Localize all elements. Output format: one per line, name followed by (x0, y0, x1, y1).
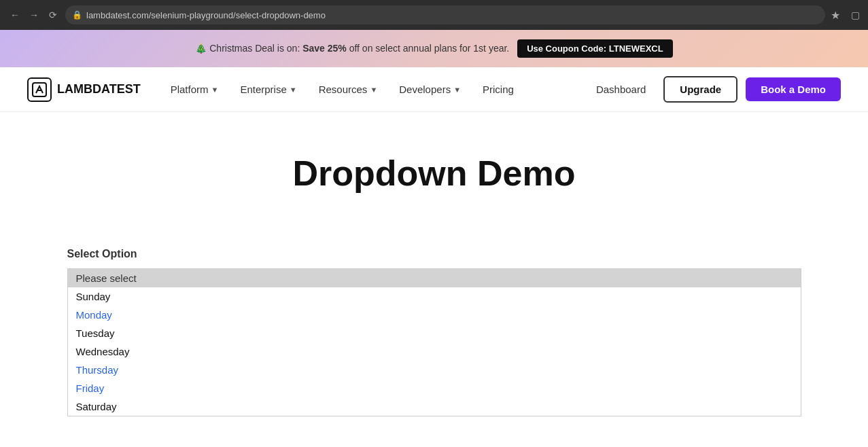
developers-label: Developers (399, 84, 451, 95)
developers-nav-item[interactable]: Developers ▼ (389, 78, 470, 101)
bookmark-icon[interactable]: ★ (831, 9, 840, 22)
main-content: Dropdown Demo Select Option Please selec… (0, 112, 868, 444)
enterprise-nav-item[interactable]: Enterprise ▼ (230, 78, 306, 101)
dropdown-option-tuesday[interactable]: Tuesday (68, 324, 801, 342)
nav-links: Platform ▼ Enterprise ▼ Resources ▼ Deve… (161, 78, 587, 101)
dropdown-option-thursday[interactable]: Thursday (68, 361, 801, 379)
coupon-button[interactable]: Use Coupon Code: LTNEWEXCL (517, 39, 673, 58)
forward-button[interactable]: → (27, 8, 41, 22)
page-wrapper: 🎄 Christmas Deal is on: Save 25% off on … (0, 30, 868, 447)
enterprise-label: Enterprise (240, 84, 286, 95)
pricing-nav-item[interactable]: Pricing (473, 78, 523, 101)
address-bar[interactable]: 🔒 lambdatest.com/selenium-playground/sel… (65, 5, 825, 24)
pricing-label: Pricing (483, 84, 514, 95)
back-button[interactable]: ← (8, 8, 22, 22)
logo-icon (27, 77, 52, 102)
enterprise-chevron-icon: ▼ (290, 86, 297, 94)
banner-highlight: Save 25% (302, 43, 347, 54)
dropdown-option-please-select[interactable]: Please select (68, 269, 801, 287)
lock-icon: 🔒 (72, 10, 82, 20)
resources-nav-item[interactable]: Resources ▼ (309, 78, 387, 101)
browser-chrome: ← → ⟳ 🔒 lambdatest.com/selenium-playgrou… (0, 0, 868, 30)
select-option-label: Select Option (67, 248, 801, 260)
logo[interactable]: LAMBDATEST (27, 77, 141, 102)
dropdown-option-wednesday[interactable]: Wednesday (68, 342, 801, 361)
reload-button[interactable]: ⟳ (46, 8, 60, 22)
page-title: Dropdown Demo (27, 153, 841, 194)
platform-nav-item[interactable]: Platform ▼ (161, 78, 228, 101)
dropdown-option-saturday[interactable]: Saturday (68, 397, 801, 416)
resources-label: Resources (319, 84, 368, 95)
banner-text-after: off on select annual plans for 1st year. (349, 43, 510, 54)
navbar: LAMBDATEST Platform ▼ Enterprise ▼ Resou… (0, 67, 868, 112)
dropdown-wrapper: Please select Sunday Monday Tuesday Wedn… (67, 268, 801, 416)
select-section: Select Option Please select Sunday Monda… (67, 248, 801, 416)
banner-emoji: 🎄 (195, 43, 207, 54)
dropdown-open-list: Please select Sunday Monday Tuesday Wedn… (67, 268, 801, 416)
dropdown-option-sunday[interactable]: Sunday (68, 287, 801, 306)
resources-chevron-icon: ▼ (370, 86, 377, 94)
window-icon[interactable]: ▢ (851, 10, 860, 20)
dropdown-option-monday[interactable]: Monday (68, 306, 801, 324)
logo-text: LAMBDATEST (57, 82, 141, 96)
url-text: lambdatest.com/selenium-playground/selec… (86, 10, 326, 20)
dashboard-button[interactable]: Dashboard (587, 78, 655, 101)
nav-right: Dashboard Upgrade Book a Demo (587, 76, 841, 103)
banner-text-before: Christmas Deal is on: (209, 43, 302, 54)
platform-label: Platform (171, 84, 209, 95)
promo-banner: 🎄 Christmas Deal is on: Save 25% off on … (0, 30, 868, 67)
developers-chevron-icon: ▼ (453, 86, 461, 94)
dropdown-option-friday[interactable]: Friday (68, 379, 801, 397)
platform-chevron-icon: ▼ (211, 86, 219, 94)
upgrade-button[interactable]: Upgrade (663, 76, 737, 103)
book-demo-button[interactable]: Book a Demo (746, 77, 841, 101)
